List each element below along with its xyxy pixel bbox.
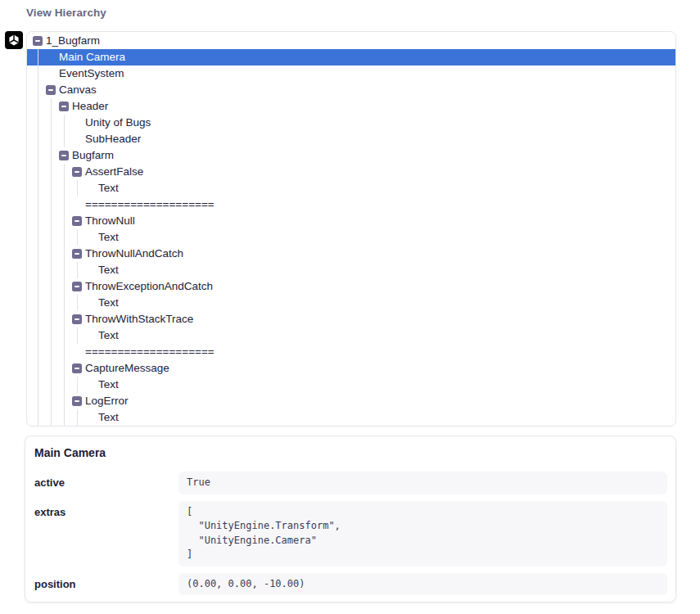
tree-node-label: Text: [98, 377, 119, 393]
hierarchy-tree: 1_BugfarmMain CameraEventSystemCanvasHea…: [27, 32, 675, 426]
tree-node-row[interactable]: ThrowNull: [72, 213, 675, 229]
tree-node-row[interactable]: Unity of Bugs: [72, 115, 675, 131]
tree-node-row[interactable]: ====================: [72, 196, 675, 213]
tree-children-group: Text: [77, 180, 675, 196]
property-row: position(0.00, 0.00, -10.00): [34, 573, 667, 596]
tree-node-label: SubHeader: [85, 131, 141, 147]
tree-node-row[interactable]: Text: [85, 180, 675, 196]
tree-node-label: AssertFalse: [85, 164, 143, 180]
tree-node-row[interactable]: ThrowNullAndCatch: [72, 246, 675, 262]
tree-node-row[interactable]: Text: [85, 327, 675, 344]
tree-node-label: CaptureMessage: [85, 360, 169, 377]
tree-node-row[interactable]: Main Camera: [46, 49, 675, 65]
tree-node-row[interactable]: Bugfarm: [59, 147, 675, 164]
tree-node-row[interactable]: AssertFalse: [72, 164, 675, 180]
tree-node: SubHeader: [72, 131, 675, 147]
tree-node-row[interactable]: Header: [59, 98, 675, 115]
tree-node-label: Canvas: [59, 82, 97, 98]
tree-node-row[interactable]: Text: [85, 409, 675, 426]
tree-node: BugfarmAssertFalseText==================…: [59, 147, 675, 426]
tree-node-label: Text: [98, 262, 119, 278]
tree-node: Text: [85, 262, 675, 278]
tree-node-label: ====================: [85, 344, 215, 360]
tree-node-row[interactable]: ThrowExceptionAndCatch: [72, 278, 675, 295]
tree-node: Main Camera: [46, 49, 675, 65]
tree-node: Text: [85, 409, 675, 426]
node-details-panel: Main Camera activeTrueextras[ "UnityEngi…: [25, 436, 676, 603]
tree-node-row[interactable]: Canvas: [46, 82, 675, 98]
tree-node-row[interactable]: CaptureMessage: [72, 360, 675, 377]
tree-node-row[interactable]: Text: [85, 377, 675, 393]
collapse-toggle-icon[interactable]: [72, 314, 82, 324]
tree-children-group: Text: [77, 409, 675, 426]
tree-node-label: Text: [98, 295, 119, 311]
tree-node-row[interactable]: 1_Bugfarm: [33, 33, 675, 49]
collapse-toggle-icon[interactable]: [46, 85, 56, 95]
tree-node: HeaderUnity of BugsSubHeader: [59, 98, 675, 147]
unity-platform-badge: [5, 31, 23, 49]
tree-node-label: EventSystem: [59, 65, 124, 82]
tree-node: AssertFalseText: [72, 164, 675, 196]
tree-node: ThrowNullText: [72, 213, 675, 246]
tree-children-group: Text: [77, 377, 675, 393]
tree-node-row[interactable]: Text: [85, 295, 675, 311]
tree-node-label: LogError: [85, 393, 129, 409]
tree-node-row[interactable]: SubHeader: [72, 131, 675, 147]
collapse-toggle-icon[interactable]: [72, 216, 82, 226]
tree-node: ThrowWithStackTraceText: [72, 311, 675, 344]
property-key: extras: [34, 501, 178, 518]
tree-node-row[interactable]: Text: [85, 262, 675, 278]
tree-children-group: HeaderUnity of BugsSubHeaderBugfarmAsser…: [51, 98, 675, 426]
property-value: (0.00, 0.00, -10.00): [178, 573, 667, 596]
details-title: Main Camera: [34, 446, 667, 459]
view-hierarchy-widget: View Hierarchy 1_BugfarmMain CameraEvent…: [0, 0, 700, 614]
tree-node-label: Text: [98, 327, 119, 344]
details-rows: activeTrueextras[ "UnityEngine.Transform…: [34, 472, 667, 595]
property-row: extras[ "UnityEngine.Transform", "UnityE…: [34, 501, 667, 567]
collapse-toggle-icon[interactable]: [72, 363, 82, 373]
tree-node: Text: [85, 180, 675, 196]
tree-children-group: Text: [77, 327, 675, 344]
tree-node: ====================: [72, 344, 675, 360]
tree-node-label: Bugfarm: [72, 147, 114, 164]
tree-node-row[interactable]: ====================: [72, 344, 675, 360]
tree-children-group: Unity of BugsSubHeader: [64, 115, 675, 147]
property-value: True: [178, 472, 667, 494]
tree-node-label: ThrowNullAndCatch: [85, 246, 183, 262]
property-key: active: [34, 472, 178, 489]
tree-node-label: ThrowNull: [85, 213, 135, 229]
collapse-toggle-icon[interactable]: [59, 102, 69, 111]
collapse-toggle-icon[interactable]: [59, 151, 69, 160]
tree-node-label: Header: [72, 98, 108, 115]
collapse-toggle-icon[interactable]: [72, 249, 82, 259]
property-key: position: [34, 573, 178, 590]
tree-node: LogErrorText: [72, 393, 675, 426]
tree-children-group: AssertFalseText====================Throw…: [64, 164, 675, 426]
unity-icon: [7, 33, 21, 47]
tree-node-label: Unity of Bugs: [85, 115, 151, 131]
tree-node-label: Text: [98, 180, 119, 196]
tree-node-label: ThrowWithStackTrace: [85, 311, 193, 327]
collapse-toggle-icon[interactable]: [72, 282, 82, 291]
tree-children-group: Main CameraEventSystemCanvasHeaderUnity …: [38, 49, 675, 426]
tree-node-row[interactable]: EventSystem: [46, 65, 675, 82]
tree-node: Text: [85, 295, 675, 311]
collapse-toggle-icon[interactable]: [33, 36, 43, 46]
tree-node-row[interactable]: Text: [85, 229, 675, 246]
property-row: activeTrue: [34, 472, 667, 494]
collapse-toggle-icon[interactable]: [72, 396, 82, 406]
tree-node-row[interactable]: LogError: [72, 393, 675, 409]
tree-node: EventSystem: [46, 65, 675, 82]
collapse-toggle-icon[interactable]: [72, 167, 82, 177]
tree-node-label: ====================: [85, 196, 215, 213]
tree-node-label: ThrowExceptionAndCatch: [85, 278, 213, 295]
tree-node-label: Text: [98, 409, 119, 426]
view-hierarchy-tree-panel: 1_BugfarmMain CameraEventSystemCanvasHea…: [26, 31, 676, 427]
tree-node: ====================: [72, 196, 675, 213]
tree-node: Text: [85, 229, 675, 246]
tree-node: CaptureMessageText: [72, 360, 675, 393]
tree-node-row[interactable]: ThrowWithStackTrace: [72, 311, 675, 327]
tree-node: Text: [85, 327, 675, 344]
tree-node-label: Text: [98, 229, 119, 246]
tree-node: ThrowExceptionAndCatchText: [72, 278, 675, 311]
